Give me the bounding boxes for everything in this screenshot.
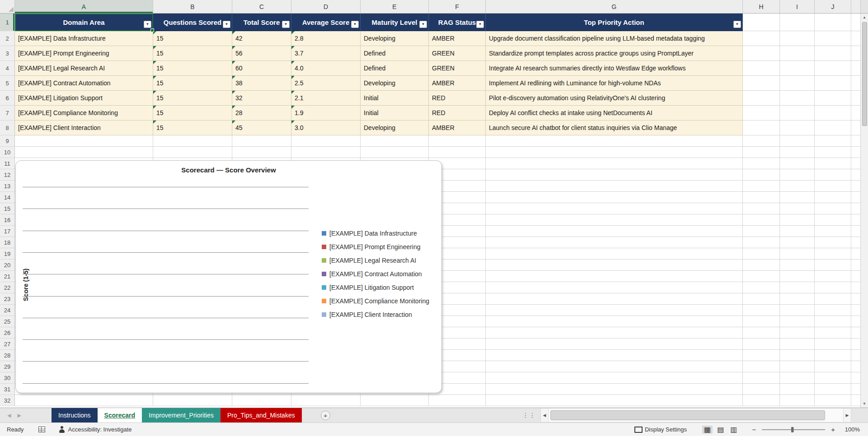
cell[interactable] bbox=[743, 76, 780, 91]
cell-total[interactable]: 56 bbox=[232, 46, 291, 61]
cell[interactable] bbox=[486, 214, 743, 226]
zoom-slider-thumb[interactable] bbox=[791, 427, 793, 432]
cell[interactable] bbox=[486, 181, 743, 192]
cell[interactable] bbox=[780, 76, 815, 91]
page-layout-view-icon[interactable]: ▤ bbox=[715, 426, 726, 434]
cell[interactable] bbox=[743, 271, 780, 282]
cell[interactable] bbox=[291, 135, 361, 147]
row-number[interactable]: 14 bbox=[0, 192, 15, 203]
cell-rag[interactable]: GREEN bbox=[429, 61, 486, 76]
cell[interactable] bbox=[153, 395, 232, 406]
cell[interactable] bbox=[486, 372, 743, 384]
tab-pro-tips-and-mistakes[interactable]: Pro_Tips_and_Mistakes bbox=[221, 408, 302, 422]
cell[interactable] bbox=[815, 372, 851, 384]
row-number[interactable]: 9 bbox=[0, 135, 15, 147]
cell[interactable] bbox=[743, 169, 780, 181]
column-header-J[interactable]: J bbox=[815, 0, 851, 13]
cell-domain[interactable]: [EXAMPLE] Legal Research AI bbox=[15, 61, 153, 76]
cell[interactable] bbox=[780, 192, 815, 203]
cell-total[interactable]: 45 bbox=[232, 121, 291, 135]
cell[interactable] bbox=[153, 135, 232, 147]
cell-total[interactable]: 32 bbox=[232, 91, 291, 106]
normal-view-icon[interactable]: ▦ bbox=[702, 426, 713, 434]
column-header-H[interactable]: H bbox=[743, 0, 780, 13]
header-cell-top-priority-action[interactable]: Top Priority Action ▼ bbox=[486, 14, 743, 31]
cell-average[interactable]: 3.0 bbox=[291, 121, 361, 135]
page-break-view-icon[interactable]: ▥ bbox=[728, 426, 739, 434]
cell-average[interactable]: 3.7 bbox=[291, 46, 361, 61]
row-number[interactable]: 23 bbox=[0, 293, 15, 305]
cell-questions[interactable]: 15 bbox=[153, 76, 232, 91]
display-settings-button[interactable]: Display Settings bbox=[634, 426, 687, 433]
cell[interactable] bbox=[361, 395, 429, 406]
row-number[interactable]: 16 bbox=[0, 214, 15, 226]
zoom-slider[interactable] bbox=[762, 429, 825, 430]
cell[interactable] bbox=[815, 214, 851, 226]
cell[interactable] bbox=[743, 181, 780, 192]
cell[interactable] bbox=[815, 147, 851, 158]
cell-action[interactable]: Integrate AI research summaries directly… bbox=[486, 61, 743, 76]
cell[interactable] bbox=[743, 226, 780, 237]
cell[interactable] bbox=[780, 203, 815, 214]
cell[interactable] bbox=[291, 147, 361, 158]
filter-button-top-priority-action[interactable]: ▼ bbox=[733, 21, 741, 28]
cell-maturity[interactable]: Developing bbox=[361, 31, 429, 46]
cell[interactable] bbox=[361, 147, 429, 158]
cell[interactable] bbox=[780, 339, 815, 350]
cell[interactable] bbox=[815, 135, 851, 147]
cell[interactable] bbox=[780, 271, 815, 282]
cell[interactable] bbox=[232, 135, 291, 147]
cell-maturity[interactable]: Initial bbox=[361, 106, 429, 121]
cell[interactable] bbox=[815, 237, 851, 248]
column-header-F[interactable]: F bbox=[429, 0, 486, 13]
cell-average[interactable]: 2.5 bbox=[291, 76, 361, 91]
cell[interactable] bbox=[815, 327, 851, 339]
cell[interactable] bbox=[743, 350, 780, 361]
cell-action[interactable]: Upgrade document classification pipeline… bbox=[486, 31, 743, 46]
cell[interactable] bbox=[815, 192, 851, 203]
column-header-C[interactable]: C bbox=[232, 0, 291, 13]
cell[interactable] bbox=[815, 361, 851, 372]
cell[interactable] bbox=[743, 384, 780, 395]
cell[interactable] bbox=[486, 192, 743, 203]
row-number[interactable]: 31 bbox=[0, 384, 15, 395]
row-number-5[interactable]: 5 bbox=[0, 76, 15, 91]
cell-maturity[interactable]: Developing bbox=[361, 76, 429, 91]
row-number[interactable]: 17 bbox=[0, 226, 15, 237]
cell[interactable] bbox=[486, 384, 743, 395]
filter-button-domain-area[interactable]: ▼ bbox=[144, 21, 151, 28]
cell[interactable] bbox=[815, 46, 851, 61]
row-number-2[interactable]: 2 bbox=[0, 31, 15, 46]
cell[interactable] bbox=[743, 293, 780, 305]
cell-total[interactable]: 28 bbox=[232, 106, 291, 121]
cell[interactable] bbox=[815, 106, 851, 121]
vertical-scrollbar-thumb[interactable] bbox=[862, 22, 867, 126]
horizontal-scrollbar-thumb[interactable] bbox=[550, 410, 825, 420]
cell-domain[interactable]: [EXAMPLE] Client Interaction bbox=[15, 121, 153, 135]
cell[interactable] bbox=[743, 395, 780, 406]
cell-I1[interactable] bbox=[780, 14, 815, 31]
cell-questions[interactable]: 15 bbox=[153, 106, 232, 121]
cell[interactable] bbox=[486, 305, 743, 316]
cell[interactable] bbox=[815, 169, 851, 181]
cell[interactable] bbox=[486, 237, 743, 248]
cell[interactable] bbox=[153, 147, 232, 158]
row-number-6[interactable]: 6 bbox=[0, 91, 15, 106]
cell[interactable] bbox=[743, 214, 780, 226]
sheet-nav-right-icon[interactable]: ▶ bbox=[17, 413, 21, 418]
cell[interactable] bbox=[486, 271, 743, 282]
new-sheet-button[interactable]: + bbox=[321, 411, 330, 420]
horizontal-scrollbar-track[interactable] bbox=[549, 408, 843, 422]
cell[interactable] bbox=[429, 135, 486, 147]
cell[interactable] bbox=[780, 260, 815, 271]
cell[interactable] bbox=[743, 135, 780, 147]
cell-domain[interactable]: [EXAMPLE] Contract Automation bbox=[15, 76, 153, 91]
cell[interactable] bbox=[780, 135, 815, 147]
cell[interactable] bbox=[780, 91, 815, 106]
filter-button-maturity-level[interactable]: ▼ bbox=[419, 21, 427, 28]
cell-rag[interactable]: AMBER bbox=[429, 76, 486, 91]
cell[interactable] bbox=[815, 316, 851, 327]
accessibility-status[interactable]: Accessibility: Investigate bbox=[59, 426, 132, 433]
cell[interactable] bbox=[815, 395, 851, 406]
cell[interactable] bbox=[780, 293, 815, 305]
